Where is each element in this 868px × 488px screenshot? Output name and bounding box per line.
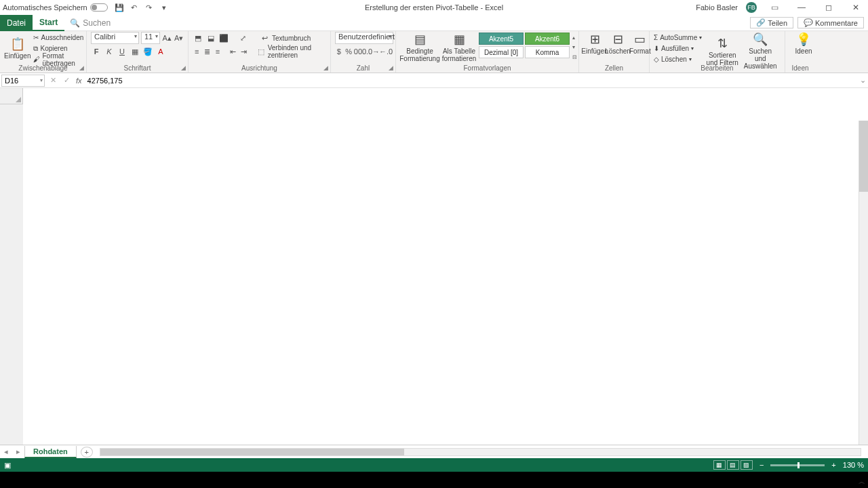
fx-icon[interactable]: fx <box>76 77 82 85</box>
font-color-button[interactable]: A <box>155 46 166 57</box>
formula-bar: D16 ✕ ✓ fx 42756,175 ⌄ <box>0 73 868 88</box>
dialog-launcher-icon[interactable]: ◢ <box>389 64 393 71</box>
search-box[interactable]: 🔍 Suchen <box>70 18 111 28</box>
percent-icon[interactable]: % <box>345 46 353 57</box>
maximize-icon[interactable]: ◻ <box>819 1 838 14</box>
comments-button[interactable]: 💬Kommentare <box>797 17 864 28</box>
autosave-toggle[interactable] <box>90 3 108 12</box>
align-left-icon[interactable]: ≡ <box>193 46 201 57</box>
align-top-icon[interactable]: ⬒ <box>193 33 203 43</box>
sheet-nav-prev-icon[interactable]: ◂ <box>0 447 12 456</box>
share-icon: 🔗 <box>756 18 766 27</box>
dialog-launcher-icon[interactable]: ◢ <box>79 64 84 71</box>
italic-button[interactable]: K <box>104 46 115 57</box>
delete-cells-button[interactable]: ⊟Löschen <box>606 33 629 55</box>
add-sheet-button[interactable]: + <box>81 447 93 458</box>
delete-icon: ⊟ <box>613 33 623 47</box>
ribbon-options-icon[interactable]: ▭ <box>765 1 784 14</box>
style-more-icon[interactable]: ⊟ <box>572 54 577 60</box>
collapse-ribbon-icon[interactable]: ︿ <box>859 477 865 487</box>
align-bottom-icon[interactable]: ⬛ <box>218 33 229 43</box>
user-name: Fabio Basler <box>696 3 738 12</box>
sheet-tab[interactable]: Rohdaten <box>24 446 77 458</box>
align-center-icon[interactable]: ≣ <box>203 46 211 57</box>
align-middle-icon[interactable]: ⬓ <box>205 33 216 43</box>
format-as-table-button[interactable]: ▦Als Tabelle formatieren <box>442 33 476 62</box>
cut-icon: ✂ <box>33 34 39 41</box>
ribbon-tabs: Datei Start 🔍 Suchen 🔗Teilen 💬Kommentare <box>0 15 868 31</box>
orientation-icon[interactable]: ⤢ <box>237 33 248 43</box>
tab-start[interactable]: Start <box>33 15 64 31</box>
fill-button[interactable]: ⬇Ausfüllen▾ <box>654 43 702 54</box>
clear-button[interactable]: ◇Löschen▾ <box>654 54 702 64</box>
redo-icon[interactable]: ↷ <box>144 3 154 12</box>
name-box[interactable]: D16 <box>1 75 45 87</box>
currency-icon[interactable]: $ <box>335 46 343 57</box>
insert-cells-button[interactable]: ⊞Einfügen <box>583 33 606 55</box>
inc-decimal-icon[interactable]: .0→ <box>368 46 378 57</box>
minimize-icon[interactable]: — <box>792 1 811 14</box>
zoom-out-icon[interactable]: − <box>760 461 764 469</box>
conditional-formatting-button[interactable]: ▤Bedingte Formatierung <box>400 33 439 62</box>
dialog-launcher-icon[interactable]: ◢ <box>181 64 186 71</box>
cond-fmt-icon: ▤ <box>414 33 426 47</box>
autosum-button[interactable]: ΣAutoSumme▾ <box>654 33 702 43</box>
spreadsheet-grid[interactable] <box>0 88 868 445</box>
document-title: Erstellung der ersten Pivot-Tabelle - Ex… <box>365 3 503 12</box>
normal-view-icon[interactable]: ▦ <box>713 460 726 470</box>
underline-button[interactable]: U <box>117 46 127 57</box>
wrap-text-button[interactable]: Textumbruch <box>272 35 311 42</box>
tab-file[interactable]: Datei <box>0 15 33 31</box>
ideas-button[interactable]: 💡Ideen <box>789 33 818 55</box>
cell-style-akzent6[interactable]: Akzent6 <box>525 33 570 45</box>
format-painter-button[interactable]: 🖌Format übertragen <box>33 54 83 64</box>
expand-formula-icon[interactable]: ⌄ <box>857 76 868 85</box>
formula-input[interactable]: 42756,175 <box>85 77 857 85</box>
zoom-level[interactable]: 130 % <box>843 461 864 469</box>
record-macro-icon[interactable]: ▣ <box>4 461 11 470</box>
user-avatar[interactable]: FB <box>746 2 757 13</box>
page-break-view-icon[interactable]: ▧ <box>741 460 753 470</box>
format-cells-button[interactable]: ▭Format <box>629 33 651 55</box>
close-icon[interactable]: ✕ <box>846 1 865 14</box>
cell-style-dezimal[interactable]: Dezimal [0] <box>479 46 524 58</box>
select-all-corner[interactable] <box>0 88 23 104</box>
merge-center-button[interactable]: Verbinden und zentrieren <box>268 44 326 59</box>
sheet-nav-next-icon[interactable]: ▸ <box>12 447 24 456</box>
indent-increase-icon[interactable]: ⇥ <box>239 46 248 57</box>
table-icon: ▦ <box>454 33 465 47</box>
save-icon[interactable]: 💾 <box>115 3 124 12</box>
cell-style-komma[interactable]: Komma <box>525 46 570 58</box>
page-layout-view-icon[interactable]: ▤ <box>727 460 739 470</box>
style-down-icon[interactable]: ▾ <box>572 44 577 50</box>
vertical-scrollbar[interactable] <box>859 121 868 445</box>
cut-button[interactable]: ✂Ausschneiden <box>33 33 83 43</box>
border-button[interactable]: ▦ <box>130 46 140 57</box>
style-up-icon[interactable]: ▴ <box>572 35 577 41</box>
dialog-launcher-icon[interactable]: ◢ <box>323 64 328 71</box>
qat-customize-icon[interactable]: ▾ <box>159 3 169 12</box>
cancel-formula-icon[interactable]: ✕ <box>46 76 60 85</box>
number-format-combo[interactable]: Benutzerdefiniert <box>335 32 393 44</box>
cell-style-akzent5[interactable]: Akzent5 <box>479 33 524 45</box>
share-button[interactable]: 🔗Teilen <box>750 17 793 28</box>
paste-button[interactable]: 📋Einfügen <box>4 33 31 64</box>
status-bar: ▣ ▦ ▤ ▧ − + 130 % <box>0 458 868 472</box>
font-size-combo[interactable]: 11 <box>141 32 160 44</box>
decrease-font-icon[interactable]: A▾ <box>174 33 184 43</box>
zoom-slider[interactable] <box>770 464 825 466</box>
indent-decrease-icon[interactable]: ⇤ <box>229 46 237 57</box>
bold-button[interactable]: F <box>91 46 102 57</box>
align-right-icon[interactable]: ≡ <box>214 46 222 57</box>
dec-decimal-icon[interactable]: ←.0 <box>380 46 391 57</box>
increase-font-icon[interactable]: A▴ <box>162 33 172 43</box>
fill-color-button[interactable]: 🪣 <box>142 46 153 57</box>
font-name-combo[interactable]: Calibri <box>91 32 139 44</box>
enter-formula-icon[interactable]: ✓ <box>60 76 73 85</box>
undo-icon[interactable]: ↶ <box>130 3 139 12</box>
autosave-label: Automatisches Speichern <box>3 3 87 12</box>
comma-icon[interactable]: 000 <box>355 46 366 57</box>
find-icon: 🔍 <box>753 33 768 47</box>
zoom-in-icon[interactable]: + <box>831 461 835 469</box>
horizontal-scrollbar[interactable] <box>100 448 861 456</box>
